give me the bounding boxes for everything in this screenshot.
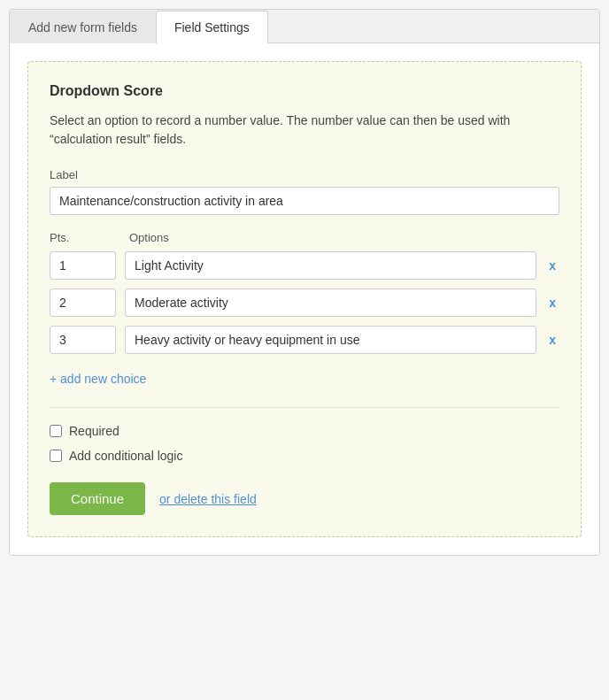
continue-button[interactable]: Continue [50, 482, 145, 515]
main-content: Dropdown Score Select an option to recor… [10, 43, 599, 555]
option-row-2: x [50, 288, 559, 317]
remove-option-2[interactable]: x [545, 296, 559, 309]
divider [50, 407, 559, 408]
option-input-2[interactable] [125, 288, 536, 317]
conditional-checkbox-group: Add conditional logic [50, 449, 559, 463]
option-input-1[interactable] [125, 251, 536, 280]
pts-input-2[interactable] [50, 288, 116, 317]
options-col-header: Options [129, 231, 559, 244]
label-group: Label [50, 168, 559, 215]
required-label[interactable]: Required [69, 424, 119, 438]
option-row-3: x [50, 326, 559, 354]
pts-input-1[interactable] [50, 251, 116, 280]
tab-bar: Add new form fields Field Settings [10, 10, 599, 43]
required-checkbox[interactable] [50, 425, 62, 437]
card-title: Dropdown Score [50, 83, 559, 99]
required-checkbox-group: Required [50, 424, 559, 438]
tab-add-fields[interactable]: Add new form fields [10, 11, 156, 43]
delete-field-link[interactable]: or delete this field [159, 492, 257, 506]
option-input-3[interactable] [125, 326, 536, 354]
options-section: Pts. Options x x x [50, 231, 559, 354]
pts-header: Pts. [50, 231, 129, 244]
conditional-checkbox[interactable] [50, 450, 62, 462]
card-description: Select an option to record a number valu… [50, 112, 559, 149]
actions-bar: Continue or delete this field [50, 482, 559, 515]
options-header: Pts. Options [50, 231, 559, 244]
label-field-label: Label [50, 168, 559, 181]
dropdown-score-card: Dropdown Score Select an option to recor… [27, 61, 582, 537]
option-row-1: x [50, 251, 559, 280]
pts-input-3[interactable] [50, 326, 116, 354]
remove-option-3[interactable]: x [545, 334, 559, 346]
main-window: Add new form fields Field Settings Dropd… [9, 9, 600, 556]
tab-field-settings[interactable]: Field Settings [156, 11, 268, 43]
label-input[interactable] [50, 187, 559, 215]
add-choice-button[interactable]: + add new choice [50, 372, 146, 386]
conditional-label[interactable]: Add conditional logic [69, 449, 182, 463]
remove-option-1[interactable]: x [545, 259, 559, 272]
